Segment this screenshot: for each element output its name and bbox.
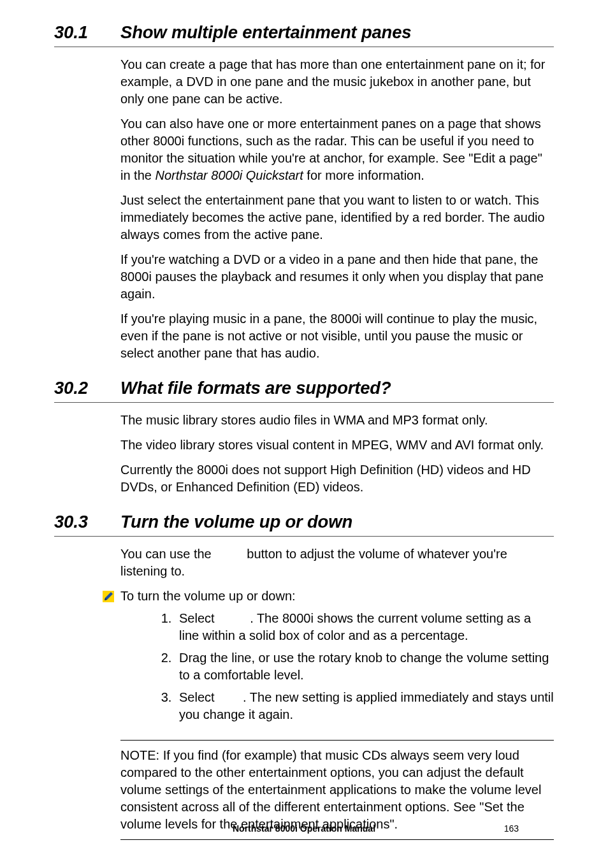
footer-page-number: 163 [504,823,519,835]
section-heading-30-3: 30.3 Turn the volume up or down [54,510,554,537]
page-footer: Northstar 8000i Operation Manual 163 [0,823,608,835]
step-item: Select . The 8000i shows the current vol… [175,610,554,644]
step-item: Drag the line, or use the rotary knob to… [175,649,554,684]
paragraph: You can create a page that has more than… [120,56,554,108]
paragraph: The video library stores visual content … [120,437,554,454]
section-number: 30.2 [54,376,120,400]
paragraph: The music library stores audio files in … [120,412,554,429]
paragraph: If you're playing music in a pane, the 8… [120,310,554,362]
section-title: Turn the volume up or down [120,510,554,533]
pencil-icon [103,591,114,602]
procedure-lead: To turn the volume up or down: [103,588,554,605]
paragraph: You can also have one or more entertainm… [120,115,554,184]
footer-title: Northstar 8000i Operation Manual [233,823,375,835]
page: 30.1 Show multiple entertainment panes Y… [0,0,608,868]
text-run-italic: Northstar 8000i Quickstart [155,168,303,182]
note-text: NOTE: If you find (for example) that mus… [120,748,541,831]
section-number: 30.3 [54,510,120,533]
section-body-30-2: The music library stores audio files in … [120,412,554,496]
section-body-30-1: You can create a page that has more than… [120,56,554,362]
section-heading-30-1: 30.1 Show multiple entertainment panes [54,20,554,47]
procedure-lead-text: To turn the volume up or down: [120,588,296,605]
procedure-steps: Select . The 8000i shows the current vol… [120,610,554,723]
section-number: 30.1 [54,20,120,44]
section-heading-30-2: 30.2 What file formats are supported? [54,376,554,403]
section-body-30-3: You can use the button to adjust the vol… [120,546,554,840]
paragraph: If you're watching a DVD or a video in a… [120,251,554,303]
paragraph: Just select the entertainment pane that … [120,192,554,243]
paragraph: Currently the 8000i does not support Hig… [120,461,554,496]
section-title: What file formats are supported? [120,376,554,400]
paragraph: You can use the button to adjust the vol… [120,546,554,580]
step-item: Select . The new setting is applied imme… [175,689,554,723]
text-run: for more information. [303,168,424,182]
section-title: Show multiple entertainment panes [120,20,554,44]
